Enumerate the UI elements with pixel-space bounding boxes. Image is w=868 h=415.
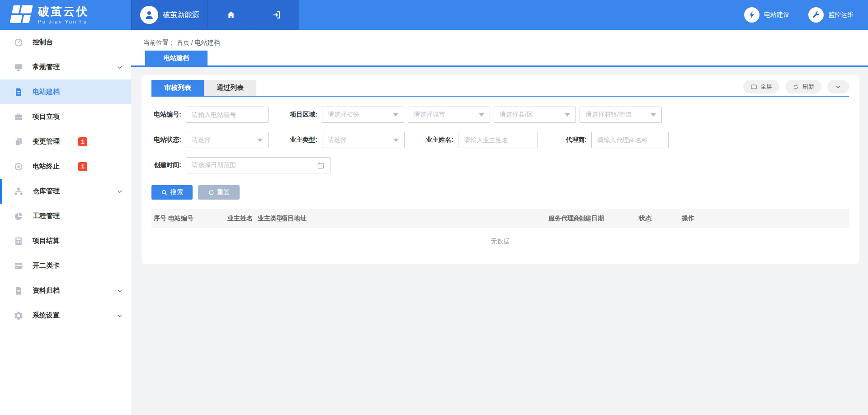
breadcrumb: 当前位置： 首页 / 电站建档 xyxy=(143,39,220,47)
owner-type-select[interactable]: 请选择 xyxy=(322,132,405,148)
sidebar-item-console[interactable]: 控制台 xyxy=(0,30,131,55)
caret-down-icon xyxy=(393,113,398,117)
town-select[interactable]: 请选择村镇/街道 xyxy=(580,107,662,123)
sidebar-item-label: 工程管理 xyxy=(33,212,60,220)
page-tab-station-filing[interactable]: 电站建档 xyxy=(145,51,208,65)
calendar-icon xyxy=(317,162,325,169)
fullscreen-label: 全屏 xyxy=(760,83,772,91)
city-select[interactable]: 请选择城市 xyxy=(408,107,490,123)
brand-text: 破茧云伏 Po Jian Yun Fu xyxy=(38,5,89,25)
bolt-circle xyxy=(744,7,760,23)
topbar: 破茧云伏 Po Jian Yun Fu 破茧新能源 xyxy=(0,0,868,30)
user-menu[interactable]: 破茧新能源 xyxy=(131,0,208,30)
county-select[interactable]: 请选择县/区 xyxy=(494,107,576,123)
nav-label: 电站建设 xyxy=(764,11,789,19)
person-icon xyxy=(143,9,155,21)
refresh-button[interactable]: 刷新 xyxy=(785,80,821,93)
sidebar-item-project-initiation[interactable]: 项目立项 xyxy=(0,104,131,129)
table-empty-state: 无数据 xyxy=(151,228,849,255)
form-actions: 搜索 重置 xyxy=(151,185,849,200)
collapse-button[interactable] xyxy=(827,80,849,93)
caret-down-icon xyxy=(565,113,570,117)
field-label: 代理商: xyxy=(557,136,587,144)
caret-down-icon xyxy=(651,113,656,117)
fullscreen-button[interactable]: 全屏 xyxy=(743,80,779,93)
reset-button[interactable]: 重置 xyxy=(198,185,240,200)
chevron-down-icon xyxy=(117,188,123,195)
sitemap-icon xyxy=(14,187,24,196)
breadcrumb-prefix: 当前位置： xyxy=(143,39,175,46)
tab-review-list[interactable]: 审核列表 xyxy=(151,80,204,96)
refresh-label: 刷新 xyxy=(802,83,814,91)
sidebar-item-system-settings[interactable]: 系统设置 xyxy=(0,303,131,328)
owner-name-input[interactable] xyxy=(458,132,538,148)
sidebar-item-label: 控制台 xyxy=(33,38,53,47)
sidebar-item-label: 电站终止 xyxy=(33,162,60,171)
field-label: 电站编号: xyxy=(151,111,181,119)
field-label: 业主姓名: xyxy=(424,136,453,144)
col-status: 状态 xyxy=(639,214,682,223)
monitor-icon xyxy=(14,62,24,72)
sidebar-item-warehouse-mgmt[interactable]: 仓库管理 xyxy=(0,179,131,204)
badge-count: 1 xyxy=(78,162,87,171)
calculator-icon xyxy=(14,236,24,246)
tab-passed-list[interactable]: 通过列表 xyxy=(204,80,256,96)
col-index: 序号 xyxy=(154,214,168,223)
caret-down-icon xyxy=(393,139,399,142)
sign-in-icon xyxy=(272,10,282,20)
brand-logo-icon xyxy=(8,4,33,26)
breadcrumb-path[interactable]: 首页 / 电站建档 xyxy=(177,39,220,46)
sidebar-item-engineering-mgmt[interactable]: 工程管理 xyxy=(0,204,131,228)
brand-subtitle: Po Jian Yun Fu xyxy=(38,19,89,24)
sidebar-item-general-mgmt[interactable]: 常规管理 xyxy=(0,55,131,79)
record-circle-icon xyxy=(14,162,24,172)
filter-row-1: 电站编号: 项目区域: 请选择省份 请选择城市 xyxy=(151,107,849,123)
chevron-down-icon xyxy=(117,312,123,319)
search-button[interactable]: 搜索 xyxy=(151,185,193,200)
sidebar-item-data-archive[interactable]: 资料归档 xyxy=(0,278,131,303)
pie-chart-icon xyxy=(14,211,24,221)
search-label: 搜索 xyxy=(170,188,183,196)
caret-down-icon xyxy=(257,139,263,142)
brand: 破茧云伏 Po Jian Yun Fu xyxy=(0,0,131,30)
nav-monitor-ops[interactable]: 监控运维 xyxy=(808,7,854,23)
company-name: 破茧新能源 xyxy=(163,10,199,20)
briefcase-icon xyxy=(14,112,24,122)
file-text-icon xyxy=(14,87,24,97)
home-button[interactable] xyxy=(208,0,254,30)
col-station-code: 电站编号 xyxy=(168,214,227,223)
date-range-picker[interactable]: 请选择日期范围 xyxy=(186,157,330,173)
sidebar-item-open-card[interactable]: 开二类卡 xyxy=(0,253,131,278)
field-label: 创建时间: xyxy=(151,161,181,169)
col-owner-name: 业主姓名 xyxy=(227,214,258,223)
sidebar: 控制台 常规管理 电站建档 xyxy=(0,30,131,415)
logout-button[interactable] xyxy=(254,0,299,30)
filter-row-3: 创建时间: 请选择日期范围 xyxy=(151,157,849,173)
nav-station-construction[interactable]: 电站建设 xyxy=(744,7,789,23)
sidebar-item-label: 开二类卡 xyxy=(33,261,60,270)
sidebar-item-project-settlement[interactable]: 项目结算 xyxy=(0,228,131,253)
fullscreen-icon xyxy=(750,84,757,90)
station-status-select[interactable]: 请选择 xyxy=(186,132,269,148)
breadcrumb-bar: 当前位置： 首页 / 电站建档 电站建档 xyxy=(131,30,868,67)
field-label: 电站状态: xyxy=(151,136,181,144)
sidebar-item-station-termination[interactable]: 电站终止 1 xyxy=(0,154,131,179)
agent-input[interactable] xyxy=(591,132,669,148)
panel: 审核列表 通过列表 全屏 xyxy=(142,75,859,264)
sidebar-item-label: 项目立项 xyxy=(33,112,60,121)
province-select[interactable]: 请选择省份 xyxy=(322,107,404,123)
chevron-down-icon xyxy=(117,64,123,70)
topbar-mid: 破茧新能源 xyxy=(131,0,299,30)
station-code-input[interactable] xyxy=(186,107,269,123)
sidebar-item-label: 系统设置 xyxy=(33,311,60,320)
reset-icon xyxy=(208,189,215,196)
filter-row-2: 电站状态: 请选择 业主类型: 请选择 xyxy=(151,132,849,148)
sidebar-item-label: 电站建档 xyxy=(33,88,60,96)
document-icon xyxy=(14,286,24,296)
active-indicator-bar xyxy=(0,179,2,204)
col-service-agent: 服务代理商 xyxy=(548,214,579,223)
topbar-right-nav: 电站建设 监控运维 xyxy=(744,0,868,30)
sidebar-item-change-mgmt[interactable]: 变更管理 1 xyxy=(0,129,131,154)
caret-down-icon xyxy=(479,113,484,117)
sidebar-item-station-filing[interactable]: 电站建档 xyxy=(0,79,131,104)
